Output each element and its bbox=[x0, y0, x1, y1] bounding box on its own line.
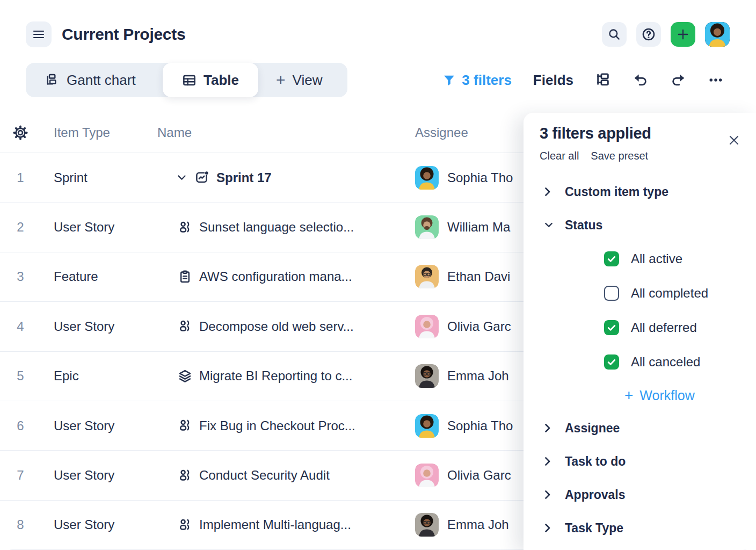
item-name: AWS configuration mana... bbox=[199, 269, 352, 284]
assignee-name: Ethan Davi bbox=[447, 269, 510, 284]
add-view-button[interactable]: + View bbox=[258, 71, 322, 89]
workflow-label: Workflow bbox=[639, 388, 694, 403]
plus-icon: + bbox=[276, 71, 286, 89]
more-button[interactable] bbox=[708, 72, 724, 88]
item-type-cell: Feature bbox=[41, 269, 157, 284]
section-label: Status bbox=[565, 218, 602, 233]
add-button[interactable] bbox=[671, 22, 695, 47]
gear-icon bbox=[12, 125, 28, 141]
filter-section-task-to-do[interactable]: Task to do bbox=[540, 445, 741, 478]
chevron-right-icon bbox=[545, 524, 553, 532]
view-switcher: Gantt chart Table + View bbox=[26, 63, 347, 97]
assignee-avatar bbox=[415, 364, 439, 388]
name-cell[interactable]: Sprint 17 bbox=[157, 170, 415, 185]
save-preset-link[interactable]: Save preset bbox=[591, 150, 648, 162]
item-type-cell: User Story bbox=[41, 220, 157, 235]
assignee-avatar bbox=[415, 513, 439, 537]
checkbox[interactable] bbox=[604, 320, 619, 335]
checkbox[interactable] bbox=[604, 354, 619, 370]
assignee-avatar bbox=[415, 464, 439, 487]
column-header-item-type[interactable]: Item Type bbox=[41, 125, 157, 140]
chevron-right-icon bbox=[545, 424, 553, 432]
filter-section-task-type[interactable]: Task Type bbox=[540, 511, 741, 545]
item-name: Conduct Security Audit bbox=[199, 468, 330, 483]
user-story-icon bbox=[178, 418, 192, 433]
collapse-structure-button[interactable] bbox=[595, 72, 611, 88]
column-settings-button[interactable] bbox=[0, 125, 41, 141]
filter-option-all-deferred: All deferred bbox=[540, 310, 741, 345]
name-cell[interactable]: AWS configuration mana... bbox=[157, 269, 415, 284]
row-number: 3 bbox=[0, 269, 41, 284]
filters-button[interactable]: 3 filters bbox=[442, 72, 512, 89]
undo-button[interactable] bbox=[633, 72, 649, 88]
section-label: Task Type bbox=[565, 521, 623, 535]
assignee-name: Sophia Tho bbox=[447, 170, 513, 185]
help-button[interactable] bbox=[636, 22, 661, 47]
clear-all-link[interactable]: Clear all bbox=[540, 150, 579, 162]
hamburger-menu-button[interactable] bbox=[26, 21, 52, 47]
app-window: Current Projects bbox=[0, 0, 756, 550]
row-number: 5 bbox=[0, 368, 41, 383]
item-type-cell: User Story bbox=[41, 418, 157, 433]
user-story-icon bbox=[178, 518, 192, 532]
help-icon bbox=[641, 27, 656, 42]
redo-button[interactable] bbox=[670, 72, 686, 88]
fields-button[interactable]: Fields bbox=[533, 72, 573, 89]
filter-section-approvals[interactable]: Approvals bbox=[540, 478, 741, 511]
plus-icon bbox=[676, 27, 690, 41]
filters-panel-title: 3 filters applied bbox=[540, 125, 741, 142]
assignee-avatar bbox=[415, 414, 439, 438]
item-name: Fix Bug in Checkout Proc... bbox=[199, 418, 355, 433]
redo-icon bbox=[670, 72, 686, 88]
collapse-structure-icon bbox=[595, 72, 611, 88]
hamburger-icon bbox=[32, 28, 45, 41]
filter-option-all-active: All active bbox=[540, 242, 741, 276]
close-filters-button[interactable] bbox=[726, 132, 742, 148]
chevron-right-icon bbox=[545, 490, 553, 499]
item-name: Migrate BI Reporting to c... bbox=[199, 368, 352, 383]
add-workflow-button[interactable]: + Workflow bbox=[540, 379, 741, 411]
filter-section-custom-item-type[interactable]: Custom item type bbox=[540, 175, 741, 208]
feature-icon bbox=[178, 270, 192, 284]
search-icon bbox=[607, 27, 621, 41]
name-cell[interactable]: Implement Multi-languag... bbox=[157, 517, 415, 532]
gantt-icon bbox=[46, 73, 60, 87]
toolbar-actions: 3 filters Fields bbox=[442, 63, 724, 97]
item-type-cell: Sprint bbox=[41, 170, 157, 185]
row-number: 8 bbox=[0, 517, 41, 532]
epic-icon bbox=[178, 369, 192, 383]
chevron-right-icon bbox=[545, 457, 553, 466]
plus-icon: + bbox=[624, 387, 633, 404]
search-button[interactable] bbox=[602, 22, 627, 47]
assignee-name: Emma Joh bbox=[447, 517, 509, 532]
checkbox[interactable] bbox=[604, 251, 619, 266]
item-type-cell: User Story bbox=[41, 517, 157, 532]
section-label: Task to do bbox=[565, 454, 626, 469]
filter-section-status[interactable]: Status bbox=[540, 208, 741, 242]
tab-label: Gantt chart bbox=[67, 72, 136, 89]
tab-gantt-chart[interactable]: Gantt chart bbox=[26, 72, 163, 89]
name-cell[interactable]: Sunset language selectio... bbox=[157, 220, 415, 235]
name-cell[interactable]: Migrate BI Reporting to c... bbox=[157, 368, 415, 383]
user-avatar[interactable] bbox=[705, 22, 730, 47]
sprint-icon bbox=[195, 170, 209, 185]
tab-label: Table bbox=[203, 72, 239, 89]
filter-section-assignee[interactable]: Assignee bbox=[540, 411, 741, 445]
checkbox-label: All deferred bbox=[631, 320, 697, 335]
chevron-down-icon[interactable] bbox=[178, 175, 186, 180]
assignee-avatar bbox=[415, 166, 439, 190]
item-name: Sunset language selectio... bbox=[199, 220, 354, 235]
chevron-right-icon bbox=[545, 187, 553, 196]
assignee-avatar bbox=[415, 265, 439, 288]
column-header-name[interactable]: Name bbox=[157, 125, 415, 140]
section-label: Assignee bbox=[565, 421, 620, 436]
checkbox[interactable] bbox=[604, 286, 619, 301]
checkbox-label: All active bbox=[631, 251, 682, 266]
name-cell[interactable]: Fix Bug in Checkout Proc... bbox=[157, 418, 415, 433]
name-cell[interactable]: Decompose old web serv... bbox=[157, 319, 415, 334]
item-name: Sprint 17 bbox=[216, 170, 272, 185]
tab-table[interactable]: Table bbox=[163, 63, 258, 97]
name-cell[interactable]: Conduct Security Audit bbox=[157, 468, 415, 483]
item-type-cell: User Story bbox=[41, 468, 157, 483]
user-story-icon bbox=[178, 319, 192, 334]
